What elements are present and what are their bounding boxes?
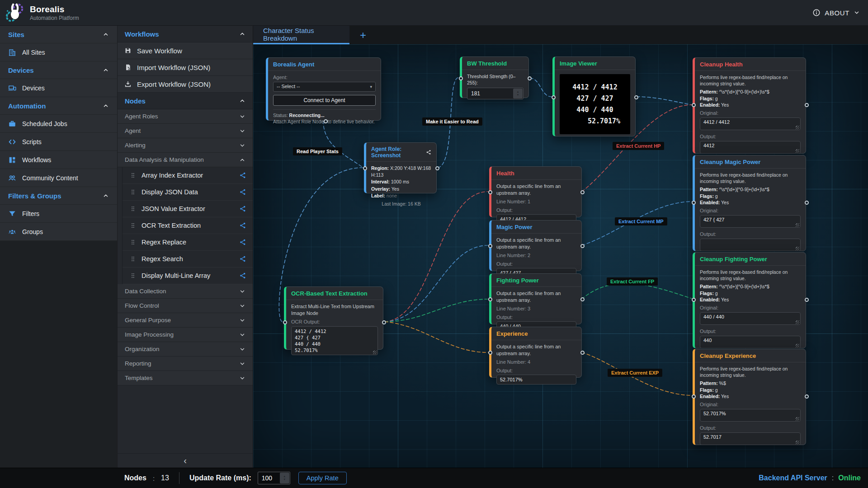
- node-item-display-multi-line-array[interactable]: Display Multi-Line Array: [123, 267, 253, 284]
- connect-to-agent-button[interactable]: Connect to Agent: [273, 95, 376, 106]
- node-item-ocr-text-extraction[interactable]: OCR Text Extraction: [123, 217, 253, 234]
- node-agent-role-screenshot[interactable]: Agent Role: Screenshot Region: X:200 Y:4…: [364, 142, 437, 193]
- sidebar-item-scheduled-jobs[interactable]: Scheduled Jobs: [0, 115, 117, 133]
- original-textarea[interactable]: 4412 / 4412: [700, 117, 801, 130]
- output-port[interactable]: [805, 201, 809, 205]
- node-category-templates[interactable]: Templates: [118, 371, 253, 385]
- output-port[interactable]: [435, 166, 439, 170]
- input-port[interactable]: [692, 298, 696, 302]
- output-textarea[interactable]: 52.7017: [700, 432, 801, 445]
- resize-handle-icon[interactable]: [796, 441, 799, 444]
- output-port[interactable]: [580, 351, 585, 355]
- spinner-buttons[interactable]: ▲▼: [280, 473, 289, 483]
- input-port[interactable]: [363, 166, 367, 170]
- output-textarea[interactable]: 440: [700, 336, 801, 348]
- sidebar-item-scripts[interactable]: Scripts: [0, 133, 117, 151]
- sidebar-item-all-sites[interactable]: All Sites: [0, 43, 117, 61]
- workflow-canvas[interactable]: Read Player Stats Make it Easier to Read…: [253, 44, 868, 468]
- drag-handle-icon[interactable]: [130, 172, 136, 178]
- output-port[interactable]: [634, 95, 638, 99]
- sidebar-section-filters-groups[interactable]: Filters & Groups: [0, 187, 117, 205]
- ocr-output-textarea[interactable]: 4412 / 4412 427 { 427 440 / 440 52.7017%: [291, 326, 378, 355]
- output-port[interactable]: [805, 394, 809, 399]
- output-port[interactable]: [580, 297, 585, 301]
- output-port[interactable]: [580, 244, 585, 248]
- sidebar-section-sites[interactable]: Sites: [0, 26, 117, 43]
- node-bw-threshold[interactable]: BW Threshold Threshold Strength (0–255):…: [460, 56, 529, 98]
- output-port[interactable]: [382, 320, 386, 324]
- node-category-agent[interactable]: Agent: [118, 124, 253, 138]
- output-textarea[interactable]: 4412: [700, 141, 801, 154]
- input-port[interactable]: [692, 103, 696, 107]
- node-category-data-collection[interactable]: Data Collection: [118, 284, 253, 299]
- node-borealis-agent[interactable]: Borealis Agent Agent: -- Select -- ▾ Con…: [266, 57, 381, 121]
- node-cleanup-magic-power[interactable]: Cleanup Magic Power Performs live regex-…: [693, 155, 806, 251]
- output-port[interactable]: [805, 103, 809, 107]
- node-category-alerting[interactable]: Alerting: [118, 138, 253, 153]
- original-textarea[interactable]: 440 / 440: [700, 312, 801, 325]
- resize-handle-icon[interactable]: [373, 351, 377, 354]
- resize-handle-icon[interactable]: [796, 417, 799, 421]
- node-ocr-text-extraction[interactable]: OCR-Based Text Extraction Extract Multi-…: [284, 286, 383, 350]
- node-category-general-purpose[interactable]: General Purpose: [118, 313, 253, 328]
- node-category-agent-roles[interactable]: Agent Roles: [118, 109, 253, 124]
- node-category-organization[interactable]: Organization: [118, 342, 253, 357]
- tab-character-status-breakdown[interactable]: Character Status Breakdown: [253, 26, 349, 44]
- workflows-panel-header[interactable]: Workflows: [118, 26, 253, 42]
- node-experience[interactable]: Experience Output a specific line from a…: [489, 327, 582, 378]
- node-category-flow-control[interactable]: Flow Control: [118, 299, 253, 313]
- drag-handle-icon[interactable]: [130, 256, 136, 262]
- node-item-json-value-extractor[interactable]: JSON Value Extractor: [123, 201, 253, 217]
- node-cleanup-health[interactable]: Cleanup Health Performs live regex-based…: [693, 57, 806, 154]
- sidebar-item-workflows[interactable]: Workflows: [0, 151, 117, 169]
- input-port[interactable]: [692, 394, 696, 399]
- save-workflow-button[interactable]: Save Workflow: [118, 42, 253, 59]
- input-port[interactable]: [459, 76, 463, 80]
- drag-handle-icon[interactable]: [130, 206, 136, 212]
- node-cleanup-fighting-power[interactable]: Cleanup Fighting Power Performs live reg…: [693, 252, 806, 348]
- node-item-regex-search[interactable]: Regex Search: [123, 251, 253, 267]
- output-textarea[interactable]: [700, 239, 801, 251]
- node-item-regex-replace[interactable]: Regex Replace: [123, 234, 253, 251]
- export-workflow-button[interactable]: Export Workflow (JSON): [118, 76, 253, 93]
- input-port[interactable]: [283, 320, 287, 324]
- panel-collapse-button[interactable]: ‹: [118, 453, 253, 468]
- add-tab-button[interactable]: +: [349, 26, 377, 44]
- original-textarea[interactable]: 427 { 427: [700, 215, 801, 228]
- resize-handle-icon[interactable]: [796, 126, 799, 129]
- node-category-image-processing[interactable]: Image Processing: [118, 328, 253, 342]
- output-port[interactable]: [528, 76, 532, 80]
- spinner-buttons[interactable]: ▲▼: [513, 89, 523, 99]
- resize-handle-icon[interactable]: [796, 247, 799, 250]
- about-button[interactable]: ABOUT: [812, 9, 860, 17]
- output-value-input[interactable]: [496, 375, 576, 385]
- nodes-panel-header[interactable]: Nodes: [118, 93, 253, 109]
- drag-handle-icon[interactable]: [130, 272, 136, 279]
- sidebar-item-community-content[interactable]: Community Content: [0, 169, 117, 187]
- node-health[interactable]: Health Output a specific line from an up…: [489, 166, 582, 217]
- sidebar-item-devices[interactable]: Devices: [0, 79, 117, 97]
- node-category-reporting[interactable]: Reporting: [118, 357, 253, 371]
- resize-handle-icon[interactable]: [796, 149, 799, 153]
- import-workflow-button[interactable]: Import Workflow (JSON): [118, 59, 253, 76]
- node-item-array-index-extractor[interactable]: Array Index Extractor: [123, 167, 253, 184]
- apply-rate-button[interactable]: Apply Rate: [298, 472, 347, 484]
- drag-handle-icon[interactable]: [130, 189, 136, 195]
- drag-handle-icon[interactable]: [130, 239, 136, 245]
- sidebar-section-devices[interactable]: Devices: [0, 61, 117, 79]
- sidebar-item-filters[interactable]: Filters: [0, 205, 117, 223]
- input-port[interactable]: [552, 95, 556, 99]
- sidebar-item-groups[interactable]: Groups: [0, 223, 117, 241]
- node-cleanup-experience[interactable]: Cleanup Experience Performs live regex-b…: [693, 349, 806, 445]
- input-port[interactable]: [488, 190, 492, 194]
- drag-handle-icon[interactable]: [130, 222, 136, 229]
- input-port[interactable]: [488, 351, 492, 355]
- agent-select[interactable]: -- Select -- ▾: [273, 82, 376, 92]
- share-icon[interactable]: [426, 149, 431, 155]
- output-port[interactable]: [580, 190, 585, 194]
- input-port[interactable]: [488, 297, 492, 301]
- input-port[interactable]: [692, 201, 696, 205]
- node-fighting-power[interactable]: Fighting Power Output a specific line fr…: [489, 273, 582, 324]
- node-item-display-json-data[interactable]: Display JSON Data: [123, 184, 253, 201]
- output-port[interactable]: [805, 298, 809, 302]
